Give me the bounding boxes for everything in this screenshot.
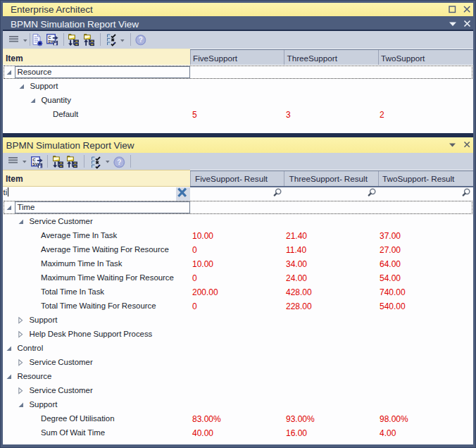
svg-text:SV: SV [32, 162, 38, 166]
svg-text:SV: SV [48, 39, 54, 44]
svg-text:?: ? [118, 158, 122, 166]
svg-text:?: ? [139, 37, 143, 44]
